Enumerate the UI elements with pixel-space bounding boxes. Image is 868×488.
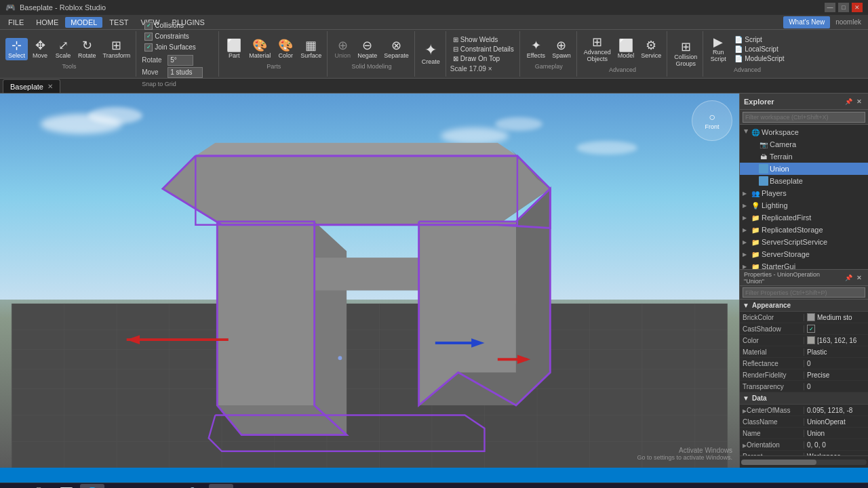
tree-item-starter-gui[interactable]: ▶ 📁 StarterGui (740, 260, 868, 269)
props-scrollbar-track[interactable] (741, 460, 867, 465)
edge-browser-button[interactable]: 🌐 (80, 484, 104, 489)
tree-item-replicated-storage[interactable]: ▶ 📁 ReplicatedStorage (740, 224, 868, 236)
store-button[interactable]: 🛍 (157, 484, 182, 489)
parts-label: Parts (267, 63, 281, 70)
orient-expand[interactable]: ▶ (743, 443, 747, 449)
show-welds-icon: ⊞ (453, 36, 458, 43)
create-button[interactable]: ✦ Create (419, 41, 443, 66)
collisions-checkbox[interactable]: ✓ (144, 22, 153, 30)
props-scrollbar-thumb[interactable] (741, 460, 816, 465)
whats-new-button[interactable]: What's New (783, 16, 830, 28)
collision-groups-section: ⊞ CollisionGroups (669, 31, 703, 77)
com-expand[interactable]: ▶ (743, 408, 747, 414)
material-value[interactable]: Plastic (804, 348, 868, 356)
constraints-checkbox[interactable]: ✓ (144, 33, 153, 41)
properties-pin-button[interactable]: 📌 (844, 273, 853, 283)
cast-shadow-value[interactable]: ✓ (804, 325, 868, 333)
tree-item-terrain[interactable]: 🏔 Terrain (740, 150, 868, 163)
effects-button[interactable]: ✦ Effects (524, 38, 548, 60)
joinsurfaces-checkbox[interactable]: ✓ (144, 43, 153, 52)
select-button[interactable]: ⊹ Select (5, 38, 28, 60)
module-script-button[interactable]: 📄 ModuleScript (732, 54, 787, 63)
rotate-button[interactable]: ↻ Rotate (75, 38, 99, 60)
properties-close-button[interactable]: ✕ (854, 273, 864, 283)
rotate-value-input[interactable] (167, 55, 193, 66)
3d-viewport[interactable]: ○ Front Activate Windows Go to settings … (0, 94, 739, 468)
menu-file[interactable]: FILE (3, 17, 29, 28)
render-fidelity-value[interactable]: Precise (804, 371, 868, 379)
explorer-pin-button[interactable]: 📌 (844, 97, 853, 106)
explorer-search-input[interactable] (743, 112, 865, 123)
data-section-header[interactable]: ▼ Data (740, 392, 868, 405)
workspace-label: Workspace (762, 128, 799, 136)
explorer-close-button[interactable]: ✕ (854, 97, 864, 106)
brick-color-value[interactable]: Medium sto (804, 313, 868, 321)
spawn-button[interactable]: ⊕ Spawn (549, 38, 574, 60)
tree-item-baseplate[interactable]: Baseplate (740, 175, 868, 187)
minimize-button[interactable]: — (825, 3, 835, 12)
color-swatch (807, 336, 815, 344)
scale-button[interactable]: ⤢ Scale (52, 38, 74, 60)
tree-item-union[interactable]: Union (740, 163, 868, 175)
draw-on-top-btn[interactable]: ⊠ Draw On Top (450, 54, 517, 63)
name-prop-value[interactable]: Union (804, 430, 868, 437)
union-button[interactable]: ⊕ Union (332, 38, 353, 60)
tree-item-replicated-first[interactable]: ▶ 📁 ReplicatedFirst (740, 211, 868, 224)
tab-close-button[interactable]: ✕ (47, 83, 53, 90)
menu-model[interactable]: MODEL (65, 17, 102, 28)
move-value-input[interactable] (167, 67, 203, 78)
search-taskbar-button[interactable]: 🔍 (28, 484, 53, 489)
properties-filter-bar (740, 286, 868, 300)
collision-groups-button[interactable]: ⊞ CollisionGroups (671, 39, 700, 68)
snap-section: ✓ Collisions ✓ Constraints ✓ Join Surfac… (138, 31, 219, 77)
color-prop-value[interactable]: [163, 162, 16 (804, 336, 868, 344)
transparency-value[interactable]: 0 (804, 383, 868, 390)
constraint-details-icon: ⊟ (453, 45, 458, 53)
reflectance-value[interactable]: 0 (804, 360, 868, 367)
collisions-check[interactable]: ✓ Collisions (142, 21, 199, 30)
negate-button[interactable]: ⊖ Negate (355, 38, 380, 60)
baseplate-tab[interactable]: Baseplate ✕ (3, 79, 60, 93)
tree-item-camera[interactable]: 📷 Camera (740, 138, 868, 150)
app-button-2[interactable]: 🔧 (183, 484, 208, 489)
separate-button[interactable]: ⊗ Separate (381, 38, 412, 60)
roblox-studio-taskbar-button[interactable]: 🎮 (209, 484, 233, 489)
maximize-button[interactable]: □ (838, 3, 849, 12)
advanced-objects-button[interactable]: ⊞ AdvancedObjects (581, 35, 614, 64)
script-button[interactable]: 📄 Script (732, 35, 787, 44)
constraint-details-btn[interactable]: ⊟ Constraint Details (450, 45, 517, 54)
joinsurfaces-check[interactable]: ✓ Join Surfaces (142, 43, 199, 52)
part-button[interactable]: ⬜ Part (223, 38, 245, 60)
mail-button[interactable]: ✉ (132, 484, 156, 489)
local-script-button[interactable]: 📄 LocalScript (732, 45, 787, 54)
material-name: Material (740, 348, 804, 356)
tree-item-players[interactable]: ▶ 👥 Players (740, 187, 868, 199)
tree-item-server-storage[interactable]: ▶ 📁 ServerStorage (740, 248, 868, 260)
menu-home[interactable]: HOME (31, 17, 64, 28)
constraints-check[interactable]: ✓ Constraints (142, 32, 199, 41)
material-button[interactable]: 🎨 Material (246, 38, 273, 60)
properties-filter-input[interactable] (743, 287, 865, 298)
tree-item-server-script-service[interactable]: ▶ 📁 ServerScriptService (740, 236, 868, 248)
move-button[interactable]: ✥ Move (29, 38, 51, 60)
explorer-tree: ▶ 🌐 Workspace 📷 Camera 🏔 Terrain (740, 125, 868, 269)
appearance-section-header[interactable]: ▼ Appearance (740, 300, 868, 312)
taskview-button[interactable]: ⬜ (54, 484, 79, 489)
tree-item-lighting[interactable]: ▶ 💡 Lighting (740, 199, 868, 211)
show-welds-btn[interactable]: ⊞ Show Welds (450, 35, 517, 44)
tree-item-workspace[interactable]: ▶ 🌐 Workspace (740, 126, 868, 138)
camera-widget[interactable]: ○ Front (692, 100, 732, 141)
close-button[interactable]: ✕ (852, 3, 863, 12)
service-button[interactable]: ⚙ Service (638, 38, 664, 60)
move-input-label: Move (142, 68, 166, 76)
file-explorer-taskbar-button[interactable]: 📁 (106, 484, 130, 489)
color-button[interactable]: 🎨 Color (275, 38, 296, 60)
transform-button[interactable]: ⊞ Transform (100, 38, 134, 60)
run-script-button[interactable]: ▶ RunScript (707, 35, 729, 64)
surface-button[interactable]: ▦ Surface (298, 38, 324, 60)
menu-test[interactable]: TEST (104, 17, 134, 28)
start-button[interactable]: ⊞ (3, 484, 27, 489)
solid-modeling-label: Solid Modeling (352, 63, 392, 70)
cast-shadow-check[interactable]: ✓ (807, 325, 815, 333)
model-button[interactable]: ⬜ Model (615, 38, 637, 60)
